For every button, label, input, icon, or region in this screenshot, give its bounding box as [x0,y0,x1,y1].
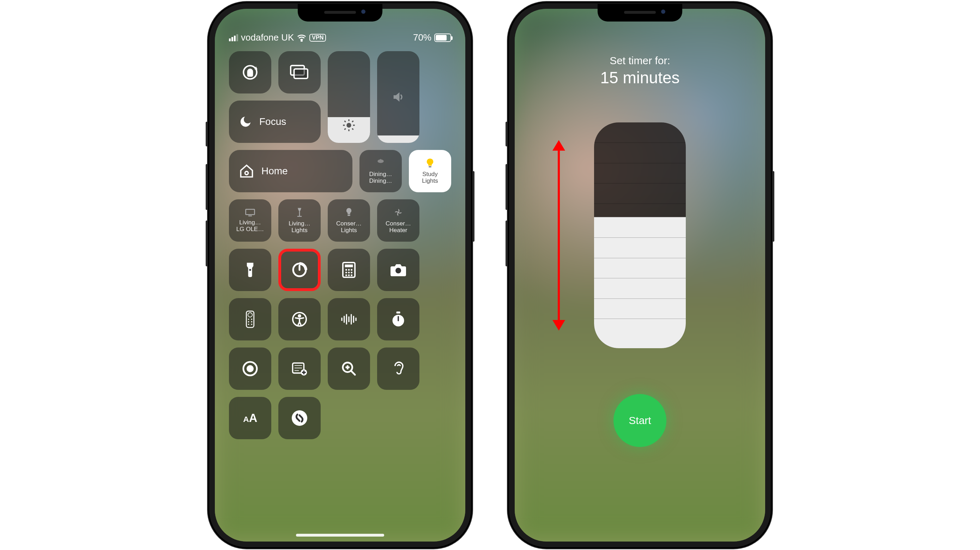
timer-duration-slider[interactable] [594,122,686,348]
svg-rect-38 [246,311,254,327]
svg-rect-21 [298,216,302,217]
battery-icon [434,33,451,42]
voice-memo-button[interactable] [328,298,370,340]
timer-set-label: Set timer for: [600,55,679,67]
svg-text:A: A [243,415,249,424]
svg-point-39 [248,313,253,317]
flashlight-icon [244,261,256,278]
rotation-lock-icon [241,64,259,81]
signal-icon [229,34,238,41]
accessibility-button[interactable] [278,298,321,340]
rotation-lock-button[interactable] [229,51,271,94]
svg-line-10 [345,121,346,122]
bulb-small-icon [345,207,353,218]
status-bar: vodafone UK VPN 70% [215,30,465,46]
svg-rect-2 [248,72,253,76]
home-button[interactable]: Home [229,150,352,192]
living-tv-tile[interactable]: Living…LG OLE… [229,199,271,242]
svg-point-45 [251,324,253,325]
svg-rect-17 [429,166,431,168]
svg-line-11 [352,129,353,129]
volume-slider[interactable] [377,51,420,143]
magnifier-button[interactable] [328,348,370,390]
phone-right: Set timer for: 15 minutes [508,2,772,548]
svg-point-32 [348,272,350,273]
fan-icon [393,207,404,218]
svg-line-12 [345,129,346,129]
magnifier-plus-icon [341,361,357,377]
svg-point-37 [395,268,401,273]
svg-line-68 [351,370,355,375]
svg-rect-20 [299,211,300,216]
svg-point-24 [249,269,251,271]
note-plus-icon [291,362,308,376]
volume-icon [391,90,405,104]
svg-rect-22 [347,215,350,216]
ear-icon [391,360,405,377]
camera-icon [390,263,407,277]
conser-lights-tile[interactable]: Conser…Lights [328,199,370,242]
drag-arrow-annotation [548,140,570,331]
calculator-icon [342,262,356,278]
svg-point-29 [348,269,350,270]
wifi-icon [297,34,307,41]
calculator-button[interactable] [328,249,370,291]
screen-mirroring-button[interactable] [278,51,321,94]
svg-rect-55 [396,312,400,314]
text-size-icon: AA [241,412,259,424]
phone-left: vodafone UK VPN 70% [208,2,473,548]
home-label: Home [261,165,288,177]
svg-point-40 [248,319,250,320]
brightness-icon [342,118,356,132]
screen-mirroring-icon [290,65,309,80]
svg-point-47 [298,315,301,317]
shazam-icon [291,410,308,426]
svg-point-36 [351,274,352,276]
control-center-screen: vodafone UK VPN 70% [215,9,465,542]
living-lights-tile[interactable]: Living…Lights [278,199,321,242]
text-size-button[interactable]: AA [229,397,271,439]
svg-point-31 [345,272,347,273]
record-icon [242,361,258,377]
camera-button[interactable] [377,249,420,291]
brightness-slider[interactable] [328,51,370,143]
svg-point-59 [247,366,253,371]
screen-record-button[interactable] [229,348,271,390]
moon-icon [239,115,252,129]
svg-point-28 [345,269,347,270]
svg-rect-4 [294,69,308,78]
accessibility-icon [291,311,308,327]
timer-button[interactable] [278,249,321,291]
home-indicator[interactable] [296,534,384,537]
timer-title-block: Set timer for: 15 minutes [600,55,679,87]
stopwatch-button[interactable] [377,298,420,340]
timer-screen: Set timer for: 15 minutes [515,9,765,542]
svg-point-0 [301,40,302,41]
svg-point-30 [351,269,352,270]
conser-heater-tile[interactable]: Conser…Heater [377,199,420,242]
svg-point-43 [251,321,253,323]
svg-point-73 [292,410,307,426]
svg-point-14 [245,171,248,174]
stopwatch-icon [391,311,406,328]
floor-lamp-icon [295,207,304,218]
svg-point-33 [351,272,352,273]
quick-note-button[interactable] [278,348,321,390]
remote-button[interactable] [229,298,271,340]
tv-icon [245,208,255,216]
home-icon [239,163,255,179]
start-label: Start [628,415,651,426]
shazam-button[interactable] [278,397,321,439]
svg-point-35 [348,274,350,276]
dining-tile[interactable]: Dining…Dining… [360,150,402,192]
carrier-label: vodafone UK [241,32,294,43]
svg-text:A: A [249,412,258,424]
flashlight-button[interactable] [229,249,271,291]
study-lights-tile[interactable]: StudyLights [409,150,451,192]
svg-point-5 [347,123,351,127]
hearing-button[interactable] [377,348,420,390]
focus-button[interactable]: Focus [229,100,321,143]
timer-start-button[interactable]: Start [614,394,667,447]
remote-icon [245,310,255,328]
svg-point-42 [248,321,250,323]
